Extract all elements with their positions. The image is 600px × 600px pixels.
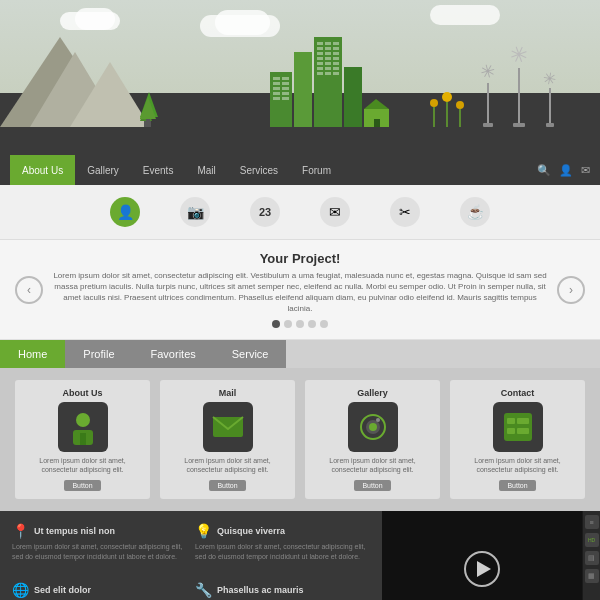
content-grid: About Us Lorem ipsum dolor sit amet, con…: [0, 368, 600, 511]
windmills-group: ✳ ✳ ✳: [480, 42, 556, 127]
carousel-prev-button[interactable]: ‹: [15, 276, 43, 304]
bottom-info-grid: 📍 Ut tempus nisl non Lorem ipsum dolor s…: [0, 511, 382, 600]
globe-icon: 🌐: [12, 582, 29, 598]
svg-rect-2: [80, 433, 86, 445]
video-sidebar: ≡ HD ▤ ▦: [582, 511, 600, 600]
card-about-button[interactable]: Button: [64, 480, 100, 491]
wrench-icon: 🔧: [195, 582, 212, 598]
card-gallery-icon: [348, 402, 398, 452]
navbar: About Us Gallery Events Mail Services Fo…: [0, 155, 600, 185]
card-gallery-text: Lorem ipsum dolor sit amet, consectetur …: [313, 456, 432, 474]
card-gallery-title: Gallery: [357, 388, 388, 398]
dot-2[interactable]: [284, 320, 292, 328]
icon-item-calendar[interactable]: 23: [250, 197, 280, 227]
svg-rect-8: [504, 413, 532, 441]
coffee-circle-icon: ☕: [460, 197, 490, 227]
carousel-next-button[interactable]: ›: [557, 276, 585, 304]
card-gallery: Gallery Lorem ipsum dolor sit amet, cons…: [305, 380, 440, 499]
svg-point-0: [76, 413, 90, 427]
card-about-text: Lorem ipsum dolor sit amet, consectetur …: [23, 456, 142, 474]
cloud-5: [430, 5, 500, 25]
bottom-item-2: 💡 Quisque viverra Lorem ipsum dolor sit …: [195, 523, 370, 574]
play-triangle-icon: [477, 561, 491, 577]
card-mail-text: Lorem ipsum dolor sit amet, consectetur …: [168, 456, 287, 474]
card-mail-icon: [203, 402, 253, 452]
card-contact: Contact Lorem ipsum dolor sit amet, cons…: [450, 380, 585, 499]
user-icon[interactable]: 👤: [559, 164, 573, 177]
bottom-section: 📍 Ut tempus nisl non Lorem ipsum dolor s…: [0, 511, 600, 600]
cloud-4: [215, 10, 270, 35]
bottom-item-4: 🔧 Phasellus ac mauris Lorem ipsum dolor …: [195, 582, 370, 600]
dot-1[interactable]: [272, 320, 280, 328]
icon-item-coffee[interactable]: ☕: [460, 197, 490, 227]
bottom-item-3: 🌐 Sed elit dolor Lorem ipsum dolor sit a…: [12, 582, 187, 600]
bottom-item-1-header: 📍 Ut tempus nisl non: [12, 523, 187, 539]
ground-bar: [0, 127, 600, 155]
icon-row: 👤 📷 23 ✉ ✂ ☕: [0, 185, 600, 240]
message-icon[interactable]: ✉: [581, 164, 590, 177]
tab-bar: Home Profile Favorites Service: [0, 340, 600, 368]
svg-rect-9: [507, 418, 515, 424]
card-mail: Mail Lorem ipsum dolor sit amet, consect…: [160, 380, 295, 499]
mountain-3: [70, 62, 150, 127]
video-sidebar-btn-3[interactable]: ▤: [585, 551, 599, 565]
nav-item-events[interactable]: Events: [131, 155, 186, 185]
icon-item-user[interactable]: 👤: [110, 197, 140, 227]
scissors-circle-icon: ✂: [390, 197, 420, 227]
user-circle-icon: 👤: [110, 197, 140, 227]
dot-3[interactable]: [296, 320, 304, 328]
icon-item-camera[interactable]: 📷: [180, 197, 210, 227]
svg-rect-11: [507, 428, 515, 434]
card-contact-button[interactable]: Button: [499, 480, 535, 491]
sunflowers-group: [430, 92, 464, 127]
card-about: About Us Lorem ipsum dolor sit amet, con…: [15, 380, 150, 499]
nav-links: About Us Gallery Events Mail Services Fo…: [10, 155, 537, 185]
tab-home[interactable]: Home: [0, 340, 65, 368]
dot-5[interactable]: [320, 320, 328, 328]
card-about-title: About Us: [63, 388, 103, 398]
calendar-circle-icon: 23: [250, 197, 280, 227]
nav-item-mail[interactable]: Mail: [185, 155, 227, 185]
video-player-wrapper: ▶ 🔊 ≡ HD ▤ ▦: [382, 511, 600, 600]
video-sidebar-btn-1[interactable]: ≡: [585, 515, 599, 529]
tab-profile[interactable]: Profile: [65, 340, 132, 368]
nav-icon-group: 🔍 👤 ✉: [537, 164, 590, 177]
bottom-item-1: 📍 Ut tempus nisl non Lorem ipsum dolor s…: [12, 523, 187, 574]
bottom-item-4-title: Phasellus ac mauris: [217, 585, 304, 595]
bottom-item-2-header: 💡 Quisque viverra: [195, 523, 370, 539]
buildings-group: [270, 37, 389, 127]
search-icon[interactable]: 🔍: [537, 164, 551, 177]
icon-item-scissors[interactable]: ✂: [390, 197, 420, 227]
lightbulb-icon: 💡: [195, 523, 212, 539]
card-contact-text: Lorem ipsum dolor sit amet, consectetur …: [458, 456, 577, 474]
tab-service[interactable]: Service: [214, 340, 287, 368]
bottom-item-3-title: Sed elit dolor: [34, 585, 91, 595]
icon-item-mail[interactable]: ✉: [320, 197, 350, 227]
location-icon: 📍: [12, 523, 29, 539]
card-mail-button[interactable]: Button: [209, 480, 245, 491]
card-contact-icon: [493, 402, 543, 452]
carousel-dots: [53, 320, 547, 328]
tab-favorites[interactable]: Favorites: [133, 340, 214, 368]
carousel-section: ‹ Your Project! Lorem ipsum dolor sit am…: [0, 240, 600, 340]
mail-circle-icon: ✉: [320, 197, 350, 227]
nav-item-services[interactable]: Services: [228, 155, 290, 185]
hero-section: ✳ ✳ ✳: [0, 0, 600, 155]
nav-item-gallery[interactable]: Gallery: [75, 155, 131, 185]
cloud-2: [75, 8, 115, 30]
bottom-item-4-header: 🔧 Phasellus ac mauris: [195, 582, 370, 598]
svg-rect-12: [517, 428, 529, 434]
dot-4[interactable]: [308, 320, 316, 328]
nav-item-forum[interactable]: Forum: [290, 155, 343, 185]
play-button[interactable]: [464, 551, 500, 587]
bottom-item-1-text: Lorem ipsum dolor sit amet, consectetur …: [12, 542, 187, 562]
card-contact-title: Contact: [501, 388, 535, 398]
card-mail-title: Mail: [219, 388, 237, 398]
card-gallery-button[interactable]: Button: [354, 480, 390, 491]
svg-rect-10: [517, 418, 529, 424]
nav-item-about[interactable]: About Us: [10, 155, 75, 185]
video-sidebar-btn-4[interactable]: ▦: [585, 569, 599, 583]
carousel-title: Your Project!: [53, 251, 547, 266]
bottom-item-3-header: 🌐 Sed elit dolor: [12, 582, 187, 598]
video-sidebar-btn-hd[interactable]: HD: [585, 533, 599, 547]
